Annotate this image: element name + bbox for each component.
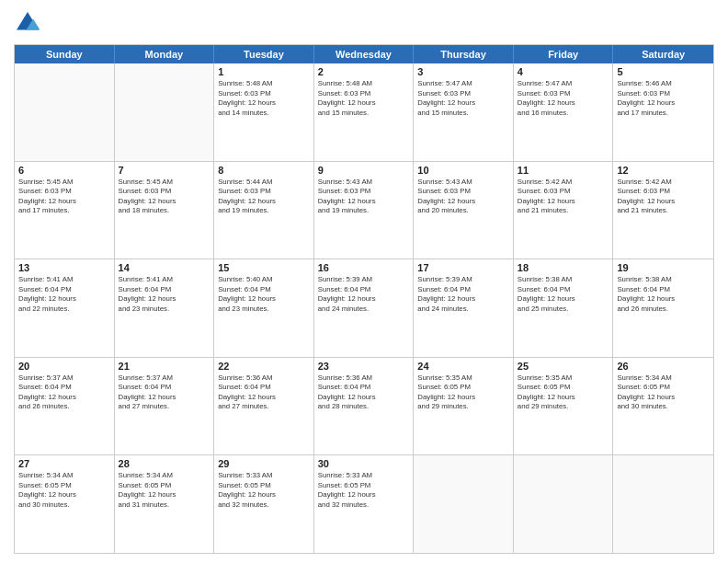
day-number: 4	[518, 66, 609, 77]
calendar-cell-1: 1Sunrise: 5:48 AM Sunset: 6:03 PM Daylig…	[214, 63, 314, 161]
day-info: Sunrise: 5:47 AM Sunset: 6:03 PM Dayligh…	[518, 79, 609, 118]
weekday-header-friday: Friday	[514, 45, 614, 63]
calendar-cell-17: 17Sunrise: 5:39 AM Sunset: 6:04 PM Dayli…	[414, 259, 514, 357]
day-info: Sunrise: 5:45 AM Sunset: 6:03 PM Dayligh…	[18, 178, 110, 216]
calendar-cell-28: 28Sunrise: 5:34 AM Sunset: 6:05 PM Dayli…	[115, 455, 215, 553]
day-number: 23	[318, 361, 410, 372]
day-number: 12	[617, 165, 710, 176]
day-number: 21	[119, 361, 210, 372]
calendar-cell-empty	[15, 63, 115, 161]
calendar-cell-22: 22Sunrise: 5:36 AM Sunset: 6:04 PM Dayli…	[214, 358, 314, 455]
day-number: 28	[119, 458, 210, 469]
weekday-header-thursday: Thursday	[414, 45, 514, 63]
day-number: 25	[518, 361, 609, 372]
day-info: Sunrise: 5:36 AM Sunset: 6:04 PM Dayligh…	[218, 373, 310, 412]
day-number: 16	[318, 262, 410, 273]
weekday-header-wednesday: Wednesday	[314, 45, 415, 63]
calendar-cell-11: 11Sunrise: 5:42 AM Sunset: 6:03 PM Dayli…	[514, 162, 614, 259]
calendar-row-2: 6Sunrise: 5:45 AM Sunset: 6:03 PM Daylig…	[15, 162, 713, 260]
day-number: 22	[218, 361, 310, 372]
day-info: Sunrise: 5:35 AM Sunset: 6:05 PM Dayligh…	[518, 373, 609, 412]
calendar-cell-10: 10Sunrise: 5:43 AM Sunset: 6:03 PM Dayli…	[414, 162, 514, 259]
day-info: Sunrise: 5:48 AM Sunset: 6:03 PM Dayligh…	[318, 79, 410, 118]
day-info: Sunrise: 5:38 AM Sunset: 6:04 PM Dayligh…	[518, 275, 609, 314]
calendar-cell-5: 5Sunrise: 5:46 AM Sunset: 6:03 PM Daylig…	[613, 63, 713, 161]
day-number: 2	[318, 66, 410, 77]
calendar-cell-26: 26Sunrise: 5:34 AM Sunset: 6:05 PM Dayli…	[613, 358, 713, 455]
calendar-cell-empty	[115, 63, 215, 161]
day-number: 20	[18, 361, 110, 372]
day-number: 17	[417, 262, 509, 273]
calendar-cell-3: 3Sunrise: 5:47 AM Sunset: 6:03 PM Daylig…	[414, 63, 514, 161]
day-info: Sunrise: 5:48 AM Sunset: 6:03 PM Dayligh…	[218, 79, 310, 118]
calendar-cell-14: 14Sunrise: 5:41 AM Sunset: 6:04 PM Dayli…	[115, 259, 215, 357]
calendar-cell-empty	[514, 455, 614, 553]
day-info: Sunrise: 5:38 AM Sunset: 6:04 PM Dayligh…	[617, 275, 710, 314]
calendar-cell-empty	[613, 455, 713, 553]
day-number: 5	[617, 66, 710, 77]
day-info: Sunrise: 5:37 AM Sunset: 6:04 PM Dayligh…	[119, 373, 210, 412]
calendar-cell-27: 27Sunrise: 5:34 AM Sunset: 6:05 PM Dayli…	[15, 455, 115, 553]
calendar-cell-15: 15Sunrise: 5:40 AM Sunset: 6:04 PM Dayli…	[214, 259, 314, 357]
day-number: 3	[417, 66, 509, 77]
day-info: Sunrise: 5:39 AM Sunset: 6:04 PM Dayligh…	[417, 275, 509, 314]
calendar-cell-12: 12Sunrise: 5:42 AM Sunset: 6:03 PM Dayli…	[613, 162, 713, 259]
day-info: Sunrise: 5:43 AM Sunset: 6:03 PM Dayligh…	[417, 178, 509, 216]
calendar-header: SundayMondayTuesdayWednesdayThursdayFrid…	[15, 45, 713, 63]
day-number: 24	[417, 361, 509, 372]
calendar-cell-6: 6Sunrise: 5:45 AM Sunset: 6:03 PM Daylig…	[15, 162, 115, 259]
day-info: Sunrise: 5:34 AM Sunset: 6:05 PM Dayligh…	[119, 471, 210, 510]
calendar-cell-13: 13Sunrise: 5:41 AM Sunset: 6:04 PM Dayli…	[15, 259, 115, 357]
day-number: 7	[119, 165, 210, 176]
day-number: 6	[18, 165, 110, 176]
calendar-cell-16: 16Sunrise: 5:39 AM Sunset: 6:04 PM Dayli…	[314, 259, 415, 357]
day-number: 13	[18, 262, 110, 273]
day-info: Sunrise: 5:34 AM Sunset: 6:05 PM Dayligh…	[617, 373, 710, 412]
day-number: 15	[218, 262, 310, 273]
day-info: Sunrise: 5:33 AM Sunset: 6:05 PM Dayligh…	[318, 471, 410, 510]
day-info: Sunrise: 5:41 AM Sunset: 6:04 PM Dayligh…	[119, 275, 210, 314]
calendar-cell-21: 21Sunrise: 5:37 AM Sunset: 6:04 PM Dayli…	[115, 358, 215, 455]
day-number: 9	[318, 165, 410, 176]
day-info: Sunrise: 5:40 AM Sunset: 6:04 PM Dayligh…	[218, 275, 310, 314]
calendar-row-3: 13Sunrise: 5:41 AM Sunset: 6:04 PM Dayli…	[15, 259, 713, 358]
calendar-row-1: 1Sunrise: 5:48 AM Sunset: 6:03 PM Daylig…	[15, 63, 713, 162]
calendar-cell-25: 25Sunrise: 5:35 AM Sunset: 6:05 PM Dayli…	[514, 358, 614, 455]
day-number: 1	[218, 66, 310, 77]
calendar-cell-18: 18Sunrise: 5:38 AM Sunset: 6:04 PM Dayli…	[514, 259, 614, 357]
weekday-header-tuesday: Tuesday	[214, 45, 314, 63]
calendar-cell-8: 8Sunrise: 5:44 AM Sunset: 6:03 PM Daylig…	[214, 162, 314, 259]
day-info: Sunrise: 5:33 AM Sunset: 6:05 PM Dayligh…	[218, 471, 310, 510]
day-info: Sunrise: 5:36 AM Sunset: 6:04 PM Dayligh…	[318, 373, 410, 412]
calendar-cell-2: 2Sunrise: 5:48 AM Sunset: 6:03 PM Daylig…	[314, 63, 415, 161]
day-number: 11	[518, 165, 609, 176]
day-info: Sunrise: 5:42 AM Sunset: 6:03 PM Dayligh…	[617, 178, 710, 216]
weekday-header-monday: Monday	[115, 45, 215, 63]
calendar-cell-20: 20Sunrise: 5:37 AM Sunset: 6:04 PM Dayli…	[15, 358, 115, 455]
day-number: 14	[119, 262, 210, 273]
day-info: Sunrise: 5:43 AM Sunset: 6:03 PM Dayligh…	[318, 178, 410, 216]
calendar-row-5: 27Sunrise: 5:34 AM Sunset: 6:05 PM Dayli…	[15, 455, 713, 553]
calendar-row-4: 20Sunrise: 5:37 AM Sunset: 6:04 PM Dayli…	[15, 358, 713, 456]
day-number: 19	[617, 262, 710, 273]
day-info: Sunrise: 5:47 AM Sunset: 6:03 PM Dayligh…	[417, 79, 509, 118]
calendar-cell-4: 4Sunrise: 5:47 AM Sunset: 6:03 PM Daylig…	[514, 63, 614, 161]
calendar: SundayMondayTuesdayWednesdayThursdayFrid…	[14, 44, 714, 554]
day-info: Sunrise: 5:34 AM Sunset: 6:05 PM Dayligh…	[18, 471, 110, 510]
logo	[14, 9, 43, 37]
calendar-body: 1Sunrise: 5:48 AM Sunset: 6:03 PM Daylig…	[15, 63, 713, 553]
logo-icon	[14, 9, 41, 37]
calendar-cell-9: 9Sunrise: 5:43 AM Sunset: 6:03 PM Daylig…	[314, 162, 415, 259]
day-number: 10	[417, 165, 509, 176]
calendar-cell-30: 30Sunrise: 5:33 AM Sunset: 6:05 PM Dayli…	[314, 455, 415, 553]
calendar-cell-empty	[414, 455, 514, 553]
calendar-cell-24: 24Sunrise: 5:35 AM Sunset: 6:05 PM Dayli…	[414, 358, 514, 455]
calendar-cell-29: 29Sunrise: 5:33 AM Sunset: 6:05 PM Dayli…	[214, 455, 314, 553]
calendar-cell-23: 23Sunrise: 5:36 AM Sunset: 6:04 PM Dayli…	[314, 358, 415, 455]
day-info: Sunrise: 5:35 AM Sunset: 6:05 PM Dayligh…	[417, 373, 509, 412]
calendar-cell-7: 7Sunrise: 5:45 AM Sunset: 6:03 PM Daylig…	[115, 162, 215, 259]
day-info: Sunrise: 5:41 AM Sunset: 6:04 PM Dayligh…	[18, 275, 110, 314]
day-number: 29	[218, 458, 310, 469]
header	[14, 9, 714, 37]
day-number: 18	[518, 262, 609, 273]
